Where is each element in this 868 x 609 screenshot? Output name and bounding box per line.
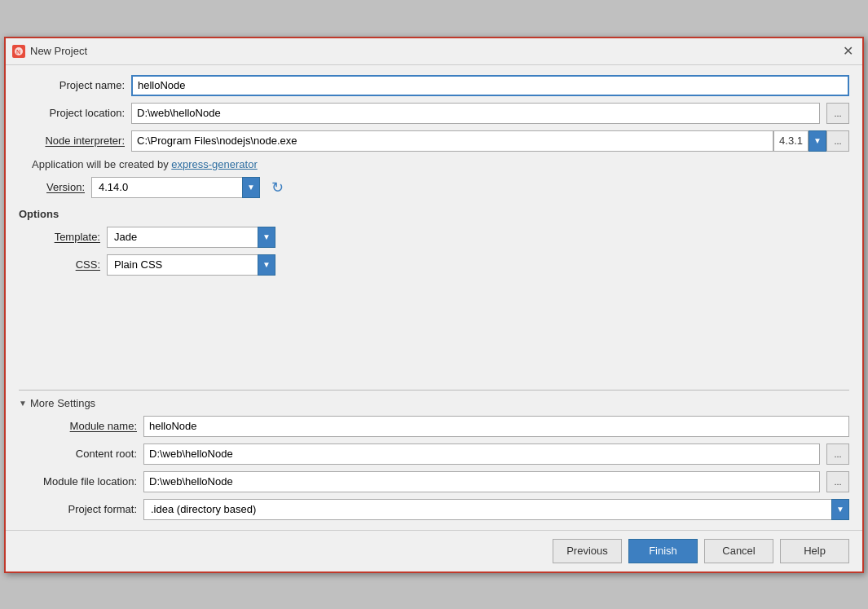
finish-button[interactable]: Finish — [628, 539, 698, 563]
dialog-footer: Previous Finish Cancel Help — [6, 530, 862, 571]
generator-row: Application will be created by express-g… — [19, 158, 849, 170]
svg-text:N: N — [16, 49, 20, 55]
content-root-label: Content root: — [19, 448, 137, 460]
generator-link[interactable]: express-generator — [171, 158, 258, 170]
help-button[interactable]: Help — [780, 539, 849, 563]
css-row: CSS: ▼ — [35, 254, 849, 276]
app-logo-icon: N — [14, 46, 24, 56]
css-input[interactable] — [107, 254, 258, 276]
dialog-title: New Project — [30, 45, 835, 57]
more-settings-section: ▼ More Settings Module name: Content roo… — [19, 390, 849, 520]
project-name-input[interactable] — [131, 75, 849, 96]
version-dropdown-button[interactable]: ▼ — [242, 177, 260, 198]
template-row: Template: ▼ — [35, 227, 849, 248]
template-select-wrapper: ▼ — [107, 227, 275, 248]
template-label: Template: — [35, 231, 100, 243]
template-dropdown-button[interactable]: ▼ — [258, 227, 275, 248]
options-section: Options Template: ▼ CSS: — [19, 208, 849, 276]
template-input[interactable] — [107, 227, 258, 248]
chevron-down-icon: ▼ — [247, 183, 255, 192]
node-version-display: 4.3.1 — [773, 130, 809, 152]
module-name-row: Module name: — [19, 416, 849, 437]
version-label: Version: — [32, 181, 85, 193]
cancel-button[interactable]: Cancel — [704, 539, 773, 563]
content-root-input[interactable] — [143, 444, 820, 465]
more-settings-label: More Settings — [30, 397, 95, 409]
close-button[interactable]: ✕ — [839, 43, 856, 60]
content-root-browse-button[interactable]: ... — [826, 444, 849, 465]
module-file-location-browse-button[interactable]: ... — [826, 471, 849, 492]
project-location-browse-button[interactable]: ... — [826, 103, 849, 124]
css-dropdown-button[interactable]: ▼ — [258, 254, 275, 276]
node-interpreter-label: Node interpreter: — [19, 135, 125, 147]
chevron-down-icon: ▼ — [262, 260, 271, 269]
refresh-icon: ↻ — [271, 179, 284, 196]
project-location-input[interactable] — [131, 103, 820, 124]
css-select-wrapper: ▼ — [107, 254, 275, 276]
project-format-label: Project format: — [19, 503, 137, 515]
project-name-row: Project name: — [19, 75, 849, 96]
more-settings-header[interactable]: ▼ More Settings — [19, 397, 849, 409]
previous-button[interactable]: Previous — [553, 539, 622, 563]
module-name-label: Module name: — [19, 420, 137, 432]
empty-area — [19, 282, 849, 380]
more-settings-fields: Module name: Content root: ... Module fi… — [19, 416, 849, 520]
content-root-row: Content root: ... — [19, 444, 849, 465]
more-settings-chevron-icon: ▼ — [19, 399, 27, 408]
version-input[interactable] — [91, 177, 242, 198]
project-location-label: Project location: — [19, 107, 125, 119]
node-interpreter-dropdown-button[interactable]: ▼ — [809, 130, 826, 152]
options-title: Options — [19, 208, 849, 220]
module-file-location-input[interactable] — [143, 471, 820, 492]
node-interpreter-browse-button[interactable]: ... — [826, 130, 849, 152]
project-location-row: Project location: ... — [19, 103, 849, 124]
version-row: Version: ▼ ↻ — [19, 177, 849, 198]
css-label: CSS: — [35, 258, 100, 271]
project-format-dropdown-button[interactable]: ▼ — [831, 499, 849, 520]
module-file-location-label: Module file location: — [19, 475, 137, 488]
chevron-down-icon: ▼ — [813, 136, 822, 145]
refresh-button[interactable]: ↻ — [267, 177, 288, 198]
chevron-down-icon: ▼ — [262, 232, 271, 241]
project-format-row: Project format: ▼ — [19, 499, 849, 520]
title-bar: N New Project ✕ — [6, 38, 862, 65]
chevron-down-icon: ▼ — [836, 505, 844, 514]
project-name-label: Project name: — [19, 79, 125, 91]
module-name-input[interactable] — [143, 416, 849, 437]
options-fields: Template: ▼ CSS: ▼ — [19, 227, 849, 276]
new-project-dialog: N New Project ✕ Project name: Project lo… — [4, 37, 864, 573]
module-file-location-row: Module file location: ... — [19, 471, 849, 492]
version-select-wrapper: ▼ — [91, 177, 260, 198]
dialog-icon: N — [12, 45, 25, 58]
project-format-wrapper: ▼ — [143, 499, 849, 520]
dialog-body: Project name: Project location: ... Node… — [6, 65, 862, 530]
generator-text: Application will be created by — [32, 158, 171, 170]
node-interpreter-row: Node interpreter: 4.3.1 ▼ ... — [19, 130, 849, 152]
node-interpreter-input[interactable] — [131, 130, 773, 152]
project-format-input[interactable] — [143, 499, 831, 520]
